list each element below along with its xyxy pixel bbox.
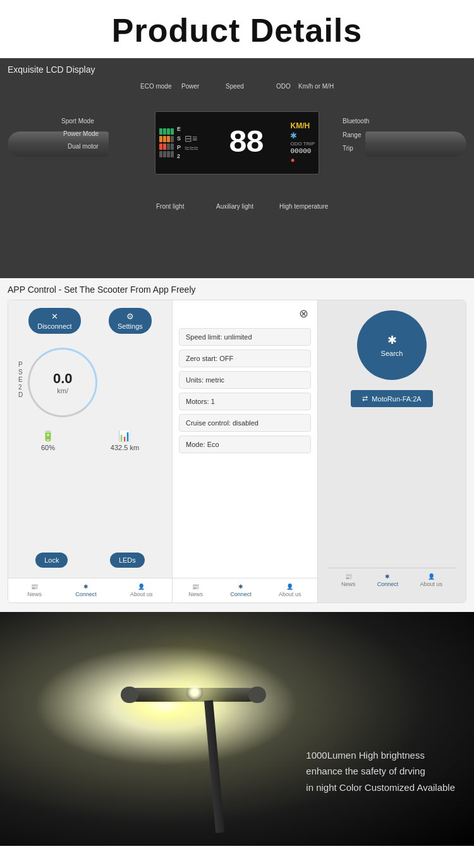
close-icon: ⊗ <box>299 307 308 320</box>
bar-orange-2 <box>163 136 166 142</box>
news-label-mid: News <box>189 591 204 597</box>
ann-sport-mode: Sport Mode <box>61 118 94 125</box>
device-name: MotoRun-FA:2A <box>372 395 421 403</box>
device-connect-button[interactable]: ⇄ MotoRun-FA:2A <box>351 390 432 407</box>
lcd-right-info: KM/H ✱ ODO TRIP 00000 ● <box>290 121 315 164</box>
app-right-panel: ✱ Search ⇄ MotoRun-FA:2A 📰 News ✱ Connec… <box>318 300 466 602</box>
light-text-line1: 1000Lumen High brightness <box>306 747 455 764</box>
nav-connect-left[interactable]: ✱ Connect <box>75 584 97 597</box>
bar-gray-7 <box>171 151 174 157</box>
news-icon-right: 📰 <box>345 573 352 580</box>
battery-pct: 60% <box>41 444 55 451</box>
nav-connect-right[interactable]: ✱ Connect <box>377 573 399 587</box>
speed-unit: km/ <box>57 387 68 394</box>
lcd-bar-row-1 <box>159 128 174 135</box>
bar-red-1 <box>159 144 162 150</box>
bluetooth-search-icon: ✱ <box>387 333 397 347</box>
lcd-temp-indicator: ● <box>290 156 295 164</box>
settings-list: Speed limit: unlimited Zero start: OFF U… <box>173 324 317 578</box>
nav-news-left[interactable]: 📰 News <box>28 584 42 597</box>
close-button[interactable]: ⊗ <box>173 300 317 324</box>
about-icon-right: 👤 <box>428 573 435 580</box>
about-label-mid: About us <box>279 591 301 597</box>
about-icon-left: 👤 <box>138 584 145 590</box>
disconnect-button[interactable]: ✕ Disconnect <box>28 308 80 334</box>
ann-front-light: Front light <box>156 203 184 210</box>
app-stats: 🔋 60% 📊 432.5 km <box>8 422 172 459</box>
nav-about-left[interactable]: 👤 About us <box>130 584 153 597</box>
app-action-buttons: Lock LEDs <box>8 542 172 578</box>
bar-green-3 <box>167 128 170 135</box>
nav-about-mid[interactable]: 👤 About us <box>279 584 301 597</box>
app-left-header: ✕ Disconnect ⚙ Settings <box>8 300 172 341</box>
lcd-section: Exquisite LCD Display <box>0 58 474 278</box>
bar-gray-4 <box>159 151 162 157</box>
bar-gray-2 <box>167 144 170 150</box>
lock-button[interactable]: Lock <box>35 553 68 568</box>
setting-mode[interactable]: Mode: Eco <box>179 436 311 453</box>
lcd-light-symbols: ⊟≡ ≈≈≈ <box>185 133 198 153</box>
lcd-bar-row-3 <box>159 144 174 150</box>
nav-news-right[interactable]: 📰 News <box>341 573 356 587</box>
connect-label-mid: Connect <box>230 591 252 597</box>
lcd-wrapper: E S P 2 ⊟≡ ≈≈≈ 88 KM/H ✱ ODO TRIP 00000 … <box>8 80 466 269</box>
nav-about-right[interactable]: 👤 About us <box>420 573 442 587</box>
bluetooth-symbol: ✱ <box>290 131 297 140</box>
app-section-label: APP Control - Set The Scooter From App F… <box>8 284 466 295</box>
app-section: APP Control - Set The Scooter From App F… <box>0 278 474 612</box>
bar-orange-3 <box>167 136 170 142</box>
odometer-icon: 📊 <box>118 430 131 442</box>
lock-label: Lock <box>44 556 59 564</box>
lcd-digits: 00000 <box>290 147 311 155</box>
lcd-odo-label: ODO TRIP <box>290 141 315 147</box>
disconnect-label: Disconnect <box>37 322 71 330</box>
lcd-speed-display: 88 <box>202 125 288 161</box>
nav-news-mid[interactable]: 📰 News <box>189 584 204 597</box>
setting-cruise-control[interactable]: Cruise control: disabled <box>179 414 311 432</box>
connect-label-right: Connect <box>377 581 399 587</box>
bar-green-1 <box>159 128 162 135</box>
about-label-right: About us <box>420 581 442 587</box>
ann-auxiliary-light: Auxiliary light <box>216 203 253 210</box>
lcd-letter-e: E <box>177 125 181 133</box>
lcd-bars <box>159 128 174 157</box>
battery-stat: 🔋 60% <box>41 430 55 451</box>
bar-red-2 <box>163 144 166 150</box>
news-icon-mid: 📰 <box>192 584 199 590</box>
bar-green-4 <box>171 128 174 135</box>
app-middle-panel: ⊗ Speed limit: unlimited Zero start: OFF… <box>173 300 318 602</box>
leds-label: LEDs <box>119 556 136 564</box>
setting-speed-limit[interactable]: Speed limit: unlimited <box>179 328 311 346</box>
setting-units[interactable]: Units: metric <box>179 371 311 389</box>
settings-button[interactable]: ⚙ Settings <box>109 308 152 334</box>
battery-icon: 🔋 <box>42 430 54 442</box>
bar-gray-6 <box>167 151 170 157</box>
scooter-stem <box>204 700 224 833</box>
distance-stat: 📊 432.5 km <box>111 430 139 451</box>
wave-symbol: ≈≈≈ <box>185 144 198 153</box>
ann-power-mode: Power Mode <box>63 130 99 137</box>
ann-trip: Trip <box>343 145 353 152</box>
mode-d: D <box>18 391 23 398</box>
light-section: 1000Lumen High brightness enhance the sa… <box>0 612 474 846</box>
bar-gray-5 <box>163 151 166 157</box>
search-label: Search <box>381 350 403 357</box>
search-circle[interactable]: ✱ Search <box>357 310 427 380</box>
distance-value: 432.5 km <box>111 444 139 451</box>
app-right-nav: 📰 News ✱ Connect 👤 About us <box>328 568 456 592</box>
leds-button[interactable]: LEDs <box>110 553 145 568</box>
lcd-bar-row-2 <box>159 136 174 142</box>
setting-motors[interactable]: Motors: 1 <box>179 393 311 410</box>
speed-value: 0.0 <box>53 370 73 387</box>
ann-odo: ODO <box>276 83 291 90</box>
app-mockup: ✕ Disconnect ⚙ Settings P S E 2 D <box>8 300 466 603</box>
light-symbol: ⊟≡ <box>185 133 198 144</box>
ann-kmh-mh: Km/h or M/H <box>298 83 334 90</box>
setting-zero-start[interactable]: Zero start: OFF <box>179 350 311 367</box>
device-bt-icon: ⇄ <box>362 394 368 403</box>
mode-e: E <box>18 376 23 383</box>
lcd-kmh: KM/H <box>290 121 310 130</box>
mode-labels: P S E 2 D <box>13 358 28 401</box>
bar-orange-1 <box>159 136 162 142</box>
nav-connect-mid[interactable]: ✱ Connect <box>230 584 252 597</box>
